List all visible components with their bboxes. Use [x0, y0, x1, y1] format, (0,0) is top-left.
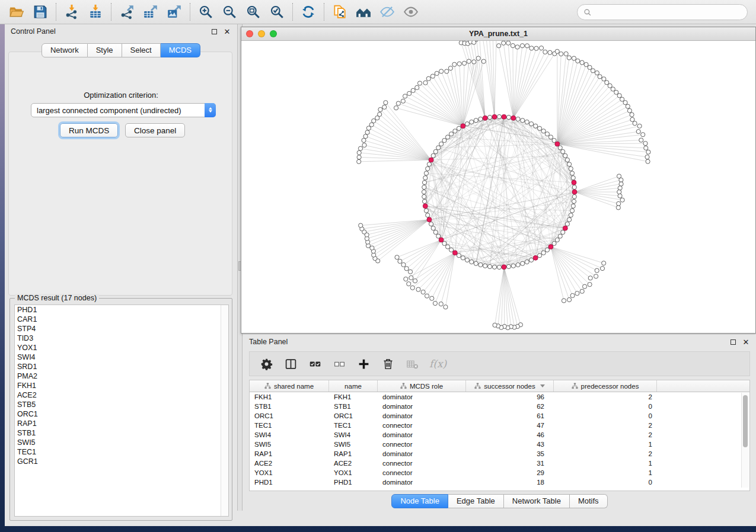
table-row[interactable]: FKH1FKH1dominator962 — [250, 392, 749, 402]
hide-eye-button[interactable] — [375, 2, 399, 22]
table-row[interactable]: STB1STB1dominator620 — [250, 402, 749, 411]
columns-button[interactable] — [283, 357, 298, 371]
mcds-result-item[interactable]: STB1 — [15, 428, 228, 438]
mcds-result-item[interactable]: ORC1 — [15, 409, 228, 419]
mcds-result-item[interactable]: PHD1 — [15, 305, 228, 315]
table-panel: Table Panel ✕ f(x) shared namenameMCDS r… — [243, 335, 756, 511]
dominator-node — [429, 158, 433, 162]
table-scrollbar[interactable] — [741, 393, 749, 488]
column-header-shared-name[interactable]: shared name — [250, 380, 329, 392]
zoom-fit-button[interactable] — [241, 2, 265, 22]
search-box[interactable] — [577, 4, 748, 20]
column-header-MCDS-role[interactable]: MCDS role — [378, 380, 466, 392]
delete-table-button[interactable] — [405, 357, 419, 371]
column-type-icon — [572, 383, 578, 389]
column-label: name — [344, 383, 362, 390]
cell-shared-name: STB1 — [250, 402, 329, 411]
column-header-name[interactable]: name — [329, 380, 378, 392]
table-row[interactable]: SWI4SWI4dominator462 — [250, 430, 749, 440]
table-row[interactable]: ACE2ACE2connector311 — [250, 459, 749, 468]
tab-motifs[interactable]: Motifs — [570, 494, 608, 508]
table-row[interactable]: ORC1ORC1dominator610 — [250, 411, 749, 421]
table-row[interactable]: YOX1YOX1connector291 — [250, 468, 749, 477]
dominator-node — [492, 114, 497, 119]
run-mcds-button[interactable]: Run MCDS — [60, 123, 118, 137]
mcds-result-item[interactable]: CAR1 — [15, 315, 228, 324]
mcds-result-item[interactable]: SWI4 — [15, 352, 228, 362]
mcds-result-item[interactable]: TEC1 — [15, 447, 228, 457]
tab-mcds[interactable]: MCDS — [161, 43, 200, 57]
tab-network-table[interactable]: Network Table — [504, 494, 570, 508]
mcds-result-item[interactable]: YOX1 — [15, 343, 228, 352]
export-network-icon — [119, 4, 135, 20]
column-header-predecessor-nodes[interactable]: predecessor nodes — [554, 380, 657, 392]
mcds-result-item[interactable]: FKH1 — [15, 381, 228, 390]
select-all-button[interactable] — [308, 357, 322, 371]
close-table-panel-button[interactable]: ✕ — [742, 338, 750, 346]
delete-column-button[interactable] — [381, 357, 395, 371]
cell-successor-nodes: 43 — [466, 440, 554, 449]
save-session-button[interactable] — [28, 2, 52, 22]
refresh-layout-button[interactable] — [296, 2, 320, 22]
table-row[interactable]: PHD1PHD1dominator180 — [250, 477, 749, 487]
go-home-button[interactable] — [352, 2, 375, 22]
network-window-titlebar[interactable]: YPA_prune.txt_1 — [241, 27, 755, 41]
zoom-selected-button[interactable] — [265, 2, 289, 22]
mcds-result-item[interactable]: RAP1 — [15, 419, 228, 428]
open-file-button[interactable] — [5, 2, 28, 22]
export-network-button[interactable] — [115, 2, 139, 22]
cell-predecessor-nodes: 1 — [554, 468, 657, 477]
import-network-button[interactable] — [60, 2, 84, 22]
mcds-result-item[interactable]: PMA2 — [15, 371, 228, 381]
mcds-result-item[interactable]: STP4 — [15, 324, 228, 334]
toolbar-group — [5, 2, 52, 22]
table-row[interactable]: SWI5SWI5connector431 — [250, 440, 749, 449]
select-all-icon — [309, 358, 321, 370]
export-table-button[interactable] — [139, 2, 162, 22]
mcds-result-item[interactable]: TID3 — [15, 334, 228, 343]
network-canvas[interactable] — [241, 41, 755, 333]
node-table-body: FKH1FKH1dominator962STB1STB1dominator620… — [250, 392, 749, 487]
app-area: Control Panel ✕ NetworkStyleSelectMCDS O… — [5, 24, 756, 526]
float-table-panel-button[interactable] — [729, 338, 737, 346]
column-label: shared name — [274, 383, 314, 390]
mcds-result-title: MCDS result (17 nodes) — [15, 294, 99, 302]
tab-select[interactable]: Select — [122, 43, 161, 57]
zoom-in-button[interactable] — [194, 2, 218, 22]
deselect-all-button[interactable] — [332, 357, 346, 371]
show-eye-button[interactable] — [399, 2, 423, 22]
table-row[interactable]: TEC1TEC1connector472 — [250, 421, 749, 430]
tab-style[interactable]: Style — [88, 43, 122, 57]
gear-button[interactable] — [259, 357, 273, 371]
mcds-result-list[interactable]: PHD1CAR1STP4TID3YOX1SWI4SRD1PMA2FKH1ACE2… — [14, 305, 229, 517]
mcds-list-scrollbar[interactable] — [221, 305, 228, 516]
import-table-icon — [88, 4, 103, 20]
close-panel-button[interactable]: ✕ — [223, 27, 231, 36]
mcds-result-item[interactable]: STB5 — [15, 400, 228, 409]
export-table-icon — [143, 4, 158, 20]
search-input[interactable] — [595, 8, 741, 17]
add-column-button[interactable] — [356, 357, 371, 371]
column-label: predecessor nodes — [581, 383, 639, 390]
cell-name: ORC1 — [329, 411, 378, 421]
mcds-result-item[interactable]: GCR1 — [15, 457, 228, 466]
mcds-result-item[interactable]: ACE2 — [15, 390, 228, 400]
tab-node-table[interactable]: Node Table — [391, 494, 448, 508]
cell-name: SWI4 — [329, 430, 378, 440]
zoom-out-button[interactable] — [218, 2, 241, 22]
export-image-button[interactable] — [162, 2, 186, 22]
mcds-result-item[interactable]: SRD1 — [15, 362, 228, 371]
column-header-successor-nodes[interactable]: successor nodes — [466, 380, 554, 392]
dominator-node — [572, 190, 577, 194]
cell-successor-nodes: 47 — [466, 421, 554, 430]
criterion-dropdown[interactable]: largest connected component (undirected) — [31, 103, 216, 117]
close-panel-action-button[interactable]: Close panel — [125, 123, 185, 137]
float-panel-button[interactable] — [210, 27, 218, 36]
clone-network-button[interactable] — [328, 2, 352, 22]
tab-network[interactable]: Network — [42, 43, 88, 57]
table-row[interactable]: RAP1RAP1dominator352 — [250, 449, 749, 459]
tab-edge-table[interactable]: Edge Table — [448, 494, 504, 508]
mcds-result-item[interactable]: SWI5 — [15, 438, 228, 447]
import-table-button[interactable] — [84, 2, 107, 22]
table-scrollbar-thumb[interactable] — [743, 395, 748, 447]
